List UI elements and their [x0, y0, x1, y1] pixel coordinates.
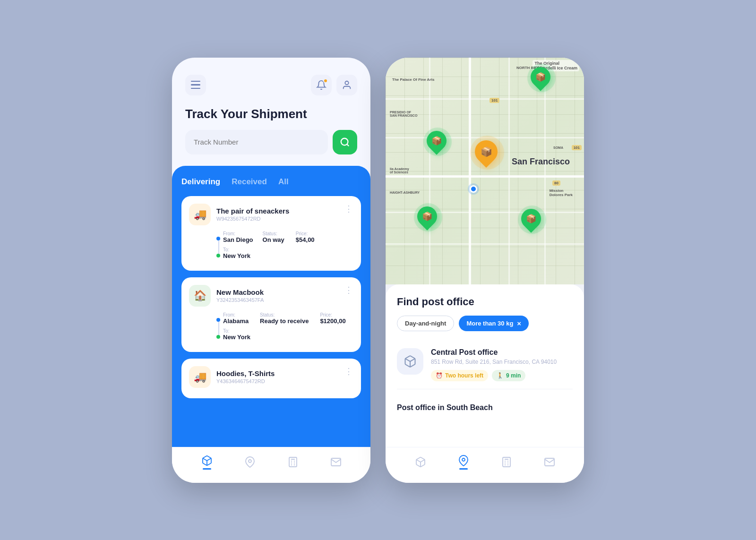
- card-3-header: 🚚 Hoodies, T-Shirts Y4363464675472RD ⋮: [189, 366, 353, 388]
- map-background: The OriginalGhirardelli Ice Cream NORTH …: [386, 58, 584, 284]
- map-label-sf: San Francisco: [512, 157, 570, 167]
- po-1-name: Central Post office: [431, 348, 573, 357]
- search-button[interactable]: [333, 130, 357, 154]
- chip-more-than-30kg[interactable]: More than 30 kg ×: [459, 316, 529, 331]
- card-1-to-label: To:: [223, 247, 253, 252]
- chip-day-and-night[interactable]: Day-and-night: [397, 316, 454, 331]
- nav-package[interactable]: [201, 455, 213, 470]
- menu-button[interactable]: [185, 75, 206, 95]
- svg-point-4: [249, 460, 251, 463]
- badge-two-hours-label: Two hours left: [445, 372, 483, 379]
- card-3-icon: 🚚: [189, 366, 211, 388]
- highway-101-2: 101: [572, 145, 582, 150]
- card-2-header: 🏠 New Macbook Y32423534634​57FA ⋮: [189, 285, 353, 307]
- card-2-status-value: Ready to receive: [260, 317, 309, 325]
- road-h5: [386, 243, 584, 245]
- badge-9-min-label: 9 min: [506, 372, 521, 379]
- map-label-presidio: PRESIDIO OFSAN FRANCISCO: [388, 110, 419, 118]
- card-1-name: The pair of sneackers: [216, 207, 289, 215]
- highway-101: 101: [490, 98, 499, 103]
- card-2-price-value: $1200,00: [320, 317, 345, 325]
- shipment-card-2: 🏠 New Macbook Y32423534634​57FA ⋮ From:: [181, 277, 361, 352]
- chip-close-icon[interactable]: ×: [517, 319, 521, 327]
- clock-icon: ⏰: [436, 372, 443, 379]
- card-2-price-label: Price:: [320, 312, 345, 317]
- profile-button[interactable]: [336, 75, 357, 95]
- right-nav-mail[interactable]: [544, 456, 555, 468]
- road-v3: [508, 58, 510, 284]
- tab-received[interactable]: Received: [232, 177, 267, 187]
- card-1-left: 🚚 The pair of sneackers W94235675472RD: [189, 204, 289, 225]
- badge-9-min: 🚶 9 min: [492, 370, 525, 381]
- notification-dot: [323, 78, 328, 83]
- road-v2: [469, 58, 471, 284]
- tabs: Delivering Received All: [181, 177, 361, 187]
- po-1-badges: ⏰ Two hours left 🚶 9 min: [431, 370, 573, 381]
- tab-all[interactable]: All: [278, 177, 289, 187]
- card-2-icon: 🏠: [189, 285, 211, 307]
- right-nav-calculator[interactable]: [501, 456, 512, 468]
- right-nav-package[interactable]: [415, 456, 426, 468]
- card-3-name: Hoodies, T-Shirts: [216, 369, 275, 377]
- card-1-price-label: Price:: [296, 231, 315, 236]
- bottom-sheet: Find post office Day-and-night More than…: [386, 284, 584, 447]
- road-h1: [386, 98, 584, 100]
- post-office-card-2[interactable]: Post office in South Beach: [397, 389, 573, 420]
- card-3-menu[interactable]: ⋮: [344, 366, 353, 377]
- map-grid: [386, 58, 584, 284]
- card-2-details: From: Alabama To: New York Status: Ready…: [216, 312, 353, 344]
- map-pin-1: 📦: [531, 67, 552, 93]
- card-1-status-label: Status:: [263, 231, 284, 236]
- highway-80: 80: [552, 180, 560, 186]
- track-number-input[interactable]: [185, 130, 328, 154]
- svg-point-1: [341, 138, 348, 145]
- card-1-menu[interactable]: ⋮: [344, 204, 353, 214]
- pin-2-icon: 📦: [431, 136, 442, 146]
- map-pin-yellow: 📦: [475, 140, 499, 169]
- nav-calculator[interactable]: [287, 456, 299, 468]
- walk-icon: 🚶: [497, 372, 504, 379]
- right-nav-location[interactable]: [458, 455, 469, 470]
- sheet-title: Find post office: [397, 296, 573, 308]
- pin-yellow-icon: 📦: [481, 146, 492, 157]
- notification-button[interactable]: [311, 75, 332, 95]
- post-office-card-1[interactable]: Central Post office 851 Row Rd, Suite 21…: [397, 341, 573, 389]
- bottom-nav: [172, 447, 370, 483]
- po-1-info: Central Post office 851 Row Rd, Suite 21…: [431, 348, 573, 381]
- map-label-soma: SOMA: [551, 145, 565, 150]
- nav-mail[interactable]: [330, 456, 342, 468]
- shipment-card-1: 🚚 The pair of sneackers W94235675472RD ⋮…: [181, 196, 361, 271]
- chip-label: More than 30 kg: [466, 320, 513, 327]
- pin-4-icon: 📦: [526, 214, 536, 224]
- po-1-icon: [397, 348, 423, 375]
- map-pin-3: 📦: [417, 206, 439, 232]
- header-icons: [311, 75, 357, 95]
- tab-delivering[interactable]: Delivering: [181, 177, 220, 187]
- badge-two-hours: ⏰ Two hours left: [431, 370, 488, 381]
- card-2-from-label: From:: [223, 312, 250, 317]
- card-2-route: From: Alabama To: New York: [216, 312, 250, 344]
- svg-point-15: [462, 458, 465, 461]
- shipment-card-3: 🚚 Hoodies, T-Shirts Y4363464675472RD ⋮: [181, 359, 361, 398]
- nav-underline: [203, 468, 211, 470]
- card-1-header: 🚚 The pair of sneackers W94235675472RD ⋮: [189, 204, 353, 225]
- card-1-from-value: San Diego: [223, 236, 253, 243]
- blue-section: Delivering Received All 🚚 The pair of sn…: [172, 166, 370, 447]
- pin-3-icon: 📦: [422, 211, 432, 222]
- filter-chips: Day-and-night More than 30 kg ×: [397, 316, 573, 331]
- card-1-price-value: $54,00: [296, 236, 315, 243]
- card-1-from-label: From:: [223, 231, 253, 236]
- svg-rect-5: [289, 457, 297, 467]
- right-nav-underline: [459, 468, 468, 470]
- card-1-info: Status: On way Price: $54,00: [263, 231, 315, 263]
- nav-location[interactable]: [244, 456, 256, 468]
- card-2-to-label: To:: [223, 328, 250, 334]
- phones-container: Track Your Shipment Delivering Received …: [172, 58, 584, 483]
- card-1-status-value: On way: [263, 236, 284, 243]
- right-phone: The OriginalGhirardelli Ice Cream NORTH …: [386, 58, 584, 483]
- po-2-name: Post office in South Beach: [397, 397, 493, 412]
- svg-line-2: [347, 144, 349, 146]
- card-3-code: Y4363464675472RD: [216, 378, 275, 384]
- card-2-menu[interactable]: ⋮: [344, 285, 353, 295]
- card-1-icon: 🚚: [189, 204, 211, 225]
